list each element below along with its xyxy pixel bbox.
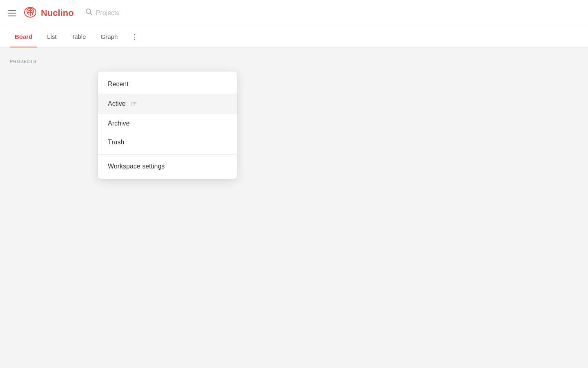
- cursor-icon: ☞: [131, 99, 137, 108]
- sidebar: PROJECTS: [0, 47, 94, 368]
- dropdown-item-archive[interactable]: Archive: [98, 114, 237, 133]
- tab-board[interactable]: Board: [10, 26, 37, 47]
- sidebar-section-label: PROJECTS: [7, 59, 40, 64]
- search-placeholder: Projects: [96, 9, 120, 17]
- tab-list[interactable]: List: [42, 26, 61, 47]
- dropdown-item-recent[interactable]: Recent: [98, 75, 237, 94]
- tab-more-button[interactable]: ⋮: [127, 26, 142, 47]
- logo-label: Nuclino: [41, 8, 74, 18]
- dropdown-item-active[interactable]: Active ☞: [98, 94, 237, 114]
- tab-graph[interactable]: Graph: [96, 26, 123, 47]
- logo-brain-icon: [23, 5, 38, 21]
- search-icon: [85, 8, 93, 18]
- search-bar[interactable]: Projects: [85, 8, 120, 18]
- tabs-bar: Board List Table Graph ⋮: [0, 26, 588, 47]
- dropdown-menu: Recent Active ☞ Archive Trash Workspace …: [98, 72, 237, 179]
- dropdown-divider: [98, 154, 237, 155]
- svg-line-3: [90, 13, 92, 15]
- navbar: Nuclino Projects: [0, 0, 588, 26]
- hamburger-button[interactable]: [8, 10, 16, 16]
- dropdown-item-workspace-settings[interactable]: Workspace settings: [98, 157, 237, 176]
- main-content: PROJECTS: [0, 47, 588, 368]
- logo[interactable]: Nuclino: [23, 5, 74, 21]
- more-dots-icon: ⋮: [131, 32, 139, 41]
- dropdown-item-trash[interactable]: Trash: [98, 133, 237, 152]
- tab-table[interactable]: Table: [67, 26, 91, 47]
